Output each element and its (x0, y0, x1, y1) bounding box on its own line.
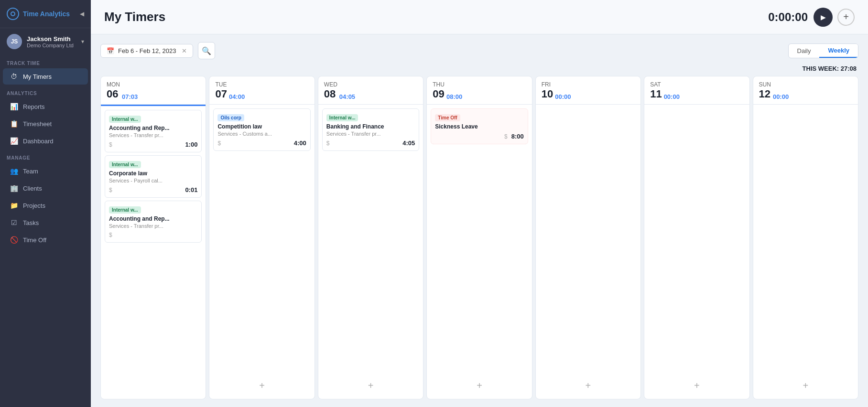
day-total-wed: 04:05 (339, 93, 355, 100)
add-entry-button-thu[interactable]: + (431, 376, 528, 395)
add-entry-button-wed[interactable]: + (322, 376, 419, 395)
add-entry-button-sun[interactable]: + (757, 376, 854, 395)
user-name: Jackson Smith (27, 35, 76, 43)
day-total-fri: 00:00 (555, 93, 571, 100)
time-off-title: Sickness Leave (435, 123, 523, 130)
day-name-fri: FRI (542, 81, 553, 88)
card-title: Banking and Finance (326, 123, 415, 130)
billable-icon: $ (217, 140, 221, 147)
section-track-time: TRACK TIME (0, 55, 91, 68)
sidebar-label-reports: Reports (23, 103, 45, 110)
day-header-thu: THU 09 08:00 (427, 76, 532, 105)
play-button[interactable]: ▶ (814, 8, 833, 27)
sidebar-item-time-off[interactable]: 🚫 Time Off (3, 232, 88, 248)
day-body-thu: Time Off Sickness Leave $ 8:00 + (427, 105, 532, 399)
card-duration: 4:05 (402, 139, 415, 147)
sidebar-label-clients: Clients (23, 185, 42, 192)
day-header-sat: SAT 11 00:00 (644, 76, 749, 105)
day-column-fri: FRI 10 00:00 + (535, 76, 641, 399)
timer-card[interactable]: Internal w... Corporate law Services - P… (105, 155, 202, 198)
empty-day-sun (757, 108, 854, 374)
day-header-sun: SUN 12 00:00 (753, 76, 858, 105)
sidebar-label-time-off: Time Off (23, 236, 46, 244)
main-content: My Timers 0:00:00 ▶ + 📅 Feb 6 - Feb 12, … (91, 0, 868, 407)
billable-icon: $ (109, 232, 112, 238)
add-timer-button[interactable]: + (837, 9, 855, 26)
card-title: Corporate law (109, 170, 197, 177)
day-header-fri: FRI 10 00:00 (536, 76, 640, 105)
user-profile[interactable]: JS Jackson Smith Demo Company Ltd ▾ (0, 28, 91, 55)
card-subtitle: Services - Customs a... (217, 131, 306, 137)
day-number-tue: 07 (215, 88, 227, 100)
sidebar-item-tasks[interactable]: ☑ Tasks (3, 214, 88, 231)
day-column-sun: SUN 12 00:00 + (753, 76, 858, 399)
day-name-wed: WED (324, 81, 337, 88)
day-number-thu: 09 (433, 88, 445, 100)
sidebar-item-clients[interactable]: 🏢 Clients (3, 180, 88, 196)
sidebar-label-my-timers: My Timers (23, 73, 52, 80)
search-icon: 🔍 (202, 46, 211, 55)
day-total-sat: 00:00 (664, 93, 680, 100)
week-summary: THIS WEEK: 27:08 (100, 65, 858, 72)
card-footer: $ (109, 232, 197, 238)
logo-text: Time Analytics (23, 10, 70, 18)
sidebar: Time Analytics ◀ JS Jackson Smith Demo C… (0, 0, 91, 407)
clear-date-button[interactable]: ✕ (182, 47, 187, 54)
toolbar: 📅 Feb 6 - Feb 12, 2023 ✕ 🔍 Daily Weekly (100, 42, 858, 59)
day-total-mon: 07:03 (122, 93, 138, 100)
time-off-card[interactable]: Time Off Sickness Leave $ 8:00 (431, 108, 528, 144)
day-column-mon: MON 06 07:03 Internal w... Accounting an… (100, 76, 206, 399)
collapse-icon[interactable]: ◀ (80, 11, 84, 17)
sidebar-label-timesheet: Timesheet (23, 120, 52, 128)
day-body-tue: Oils corp Competition law Services - Cus… (209, 105, 314, 399)
add-entry-button-sat[interactable]: + (648, 376, 745, 395)
card-duration: 1:00 (185, 141, 197, 148)
card-footer: $ 4:00 (217, 139, 306, 147)
day-body-wed: Internal w... Banking and Finance Servic… (318, 105, 423, 399)
card-tag: Internal w... (326, 114, 358, 121)
timer-card[interactable]: Internal w... Banking and Finance Servic… (322, 108, 419, 151)
day-body-fri: + (536, 105, 640, 399)
card-tag: Internal w... (109, 161, 141, 168)
date-range-picker[interactable]: 📅 Feb 6 - Feb 12, 2023 ✕ (100, 44, 193, 58)
card-subtitle: Services - Transfer pr... (109, 132, 197, 138)
day-total-sun: 00:00 (773, 93, 789, 100)
sidebar-logo[interactable]: Time Analytics ◀ (0, 0, 91, 28)
sidebar-item-reports[interactable]: 📊 Reports (3, 98, 88, 115)
timer-card[interactable]: Internal w... Accounting and Rep... Serv… (105, 110, 202, 152)
empty-day-fri (540, 108, 637, 374)
sidebar-item-dashboard[interactable]: 📈 Dashboard (3, 133, 88, 149)
sidebar-item-team[interactable]: 👥 Team (3, 163, 88, 179)
sidebar-item-timesheet[interactable]: 📋 Timesheet (3, 116, 88, 132)
team-icon: 👥 (10, 167, 18, 175)
day-column-sat: SAT 11 00:00 + (644, 76, 749, 399)
calendar-grid: MON 06 07:03 Internal w... Accounting an… (100, 76, 858, 399)
billable-icon: $ (109, 187, 112, 193)
day-header-tue: TUE 07 04:00 (209, 76, 314, 105)
page-title: My Timers (104, 10, 768, 24)
timer-display: 0:00:00 (768, 11, 808, 24)
day-name-sat: SAT (650, 81, 662, 88)
add-entry-button-tue[interactable]: + (213, 376, 310, 395)
day-body-sat: + (644, 105, 749, 399)
add-entry-button-fri[interactable]: + (540, 376, 637, 395)
billable-icon: $ (326, 140, 330, 147)
billable-icon: $ (109, 141, 112, 148)
day-number-fri: 10 (542, 88, 553, 100)
time-off-footer: $ 8:00 (435, 133, 523, 140)
card-tag: Oils corp (217, 114, 244, 121)
search-button[interactable]: 🔍 (198, 42, 215, 59)
timer-card[interactable]: Internal w... Accounting and Rep... Serv… (105, 201, 202, 243)
sidebar-item-my-timers[interactable]: ⏱ My Timers (3, 68, 88, 85)
card-tag: Internal w... (109, 116, 141, 123)
sidebar-item-projects[interactable]: 📁 Projects (3, 197, 88, 214)
topbar: My Timers 0:00:00 ▶ + (91, 0, 868, 34)
day-body-mon: Internal w... Accounting and Rep... Serv… (101, 106, 206, 399)
weekly-view-button[interactable]: Weekly (819, 44, 858, 58)
daily-view-button[interactable]: Daily (789, 44, 820, 58)
card-footer: $ 1:00 (109, 141, 197, 148)
section-manage: MANAGE (0, 150, 91, 162)
timer-card[interactable]: Oils corp Competition law Services - Cus… (213, 108, 310, 151)
content-area: 📅 Feb 6 - Feb 12, 2023 ✕ 🔍 Daily Weekly … (91, 34, 868, 407)
card-footer: $ 4:05 (326, 139, 415, 147)
